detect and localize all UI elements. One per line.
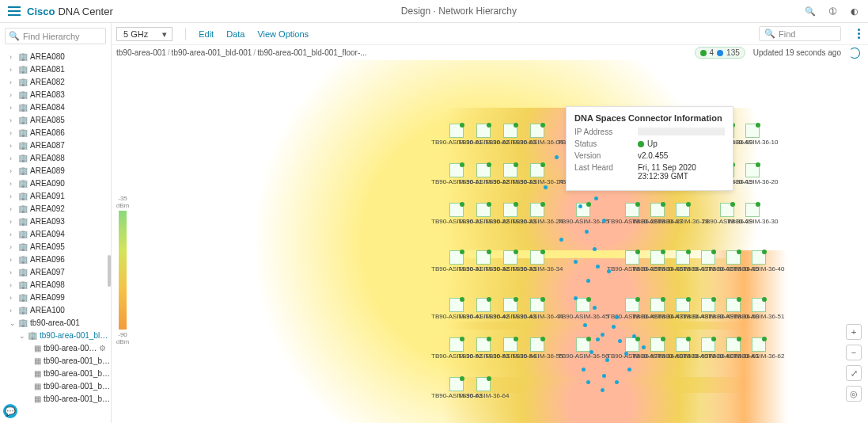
client-dot[interactable] xyxy=(589,350,593,354)
client-dot[interactable] xyxy=(618,339,622,343)
ap-marker[interactable]: TB90-ASIM-36-45 xyxy=(558,298,608,320)
client-dot[interactable] xyxy=(624,352,628,356)
frequency-select[interactable]: 5 GHz xyxy=(116,27,172,41)
edit-link[interactable]: Edit xyxy=(199,29,214,39)
client-dot[interactable] xyxy=(615,315,619,319)
client-dot[interactable] xyxy=(574,296,578,300)
client-dot[interactable] xyxy=(586,380,590,384)
ap-marker[interactable]: TB90-ASIM-36-10 xyxy=(727,124,778,146)
client-dot[interactable] xyxy=(612,325,616,329)
hierarchy-search[interactable]: 🔍 Find Hierarchy xyxy=(5,28,106,44)
sidebar-item-area[interactable]: ›🏢AREA083 xyxy=(0,89,111,101)
sidebar-item-floor[interactable]: ▦tb90-area-001_bld... xyxy=(0,355,111,368)
alerts-icon[interactable]: ◐ xyxy=(849,6,860,17)
ap-marker[interactable]: TB90-ASIM-36-34 xyxy=(512,250,563,272)
ap-marker[interactable]: TB90-ASIM-36-40 xyxy=(733,250,784,272)
ap-marker[interactable]: TB90-ASIM-36-64 xyxy=(458,377,509,399)
client-dot[interactable] xyxy=(593,247,597,251)
client-dot[interactable] xyxy=(642,345,646,349)
zoom-in-button[interactable]: + xyxy=(846,324,862,340)
client-dot[interactable] xyxy=(594,196,598,200)
ap-marker[interactable]: TB90-ASIM-36-25 xyxy=(558,203,608,225)
client-dot[interactable] xyxy=(596,265,600,269)
chevron-right-icon: › xyxy=(9,165,16,177)
client-dot[interactable] xyxy=(627,368,631,372)
ap-marker[interactable]: TB90-ASIM-36-20 xyxy=(727,163,778,185)
client-dot[interactable] xyxy=(559,238,563,242)
floor-map[interactable]: -35 dBm -90 dBm TB90-ASIM-36-01TB90-ASIM… xyxy=(112,60,868,423)
client-dot[interactable] xyxy=(574,260,578,264)
sidebar-item-area[interactable]: ›🏢AREA091 xyxy=(0,190,111,203)
client-dot[interactable] xyxy=(605,358,609,362)
client-dot[interactable] xyxy=(586,279,590,283)
gear-icon[interactable]: ⚙ xyxy=(99,342,106,355)
client-dot[interactable] xyxy=(555,155,559,159)
ap-marker[interactable]: TB90-ASIM-36-56 xyxy=(558,337,608,360)
sidebar-item-area[interactable]: ›🏢AREA089 xyxy=(0,165,111,177)
ap-marker[interactable]: TB90-ASIM-36-55 xyxy=(512,337,563,360)
sidebar-item-area[interactable]: ›🏢AREA086 xyxy=(0,127,111,139)
data-link[interactable]: Data xyxy=(226,29,244,39)
ap-marker[interactable]: TB90-ASIM-36-28 xyxy=(658,203,708,225)
client-dot[interactable] xyxy=(544,185,548,189)
sidebar-item-area[interactable]: ›🏢AREA087 xyxy=(0,139,111,152)
sidebar-item-area[interactable]: ›🏢AREA096 xyxy=(0,253,111,266)
sidebar-item-area[interactable]: ›🏢AREA094 xyxy=(0,228,111,241)
scrollbar[interactable] xyxy=(108,255,111,287)
sidebar-item-floor[interactable]: ▦tb90-area-001_...⚙ xyxy=(0,342,111,355)
sidebar-item-area[interactable]: ›🏢AREA090 xyxy=(0,177,111,190)
menu-icon[interactable] xyxy=(8,6,21,16)
client-dot[interactable] xyxy=(593,306,597,310)
ap-marker[interactable]: TB90-ASIM-36-14 xyxy=(512,163,563,185)
client-dot[interactable] xyxy=(632,334,636,338)
client-dot[interactable] xyxy=(596,337,600,341)
sidebar-item-area[interactable]: ›🏢AREA080 xyxy=(0,51,111,63)
client-dot[interactable] xyxy=(582,368,586,372)
sidebar-item-area-expanded[interactable]: ⌄🏢tb90-area-001 xyxy=(0,317,111,330)
client-dot[interactable] xyxy=(615,380,619,384)
sidebar-item-area[interactable]: ›🏢AREA088 xyxy=(0,152,111,165)
help-icon[interactable]: ➀ xyxy=(827,6,838,17)
sidebar-item-floor[interactable]: ▦tb90-area-001_bld... xyxy=(0,368,111,380)
chat-icon[interactable]: 💬 xyxy=(3,404,17,418)
sidebar-item-area[interactable]: ›🏢AREA095 xyxy=(0,241,111,253)
ap-marker[interactable]: TB90-ASIM-36-30 xyxy=(727,203,778,225)
status-pill[interactable]: 4 135 xyxy=(695,47,745,59)
refresh-icon[interactable] xyxy=(849,48,860,59)
zoom-out-button[interactable]: − xyxy=(846,345,862,360)
client-dot[interactable] xyxy=(601,388,605,392)
sidebar-item-area[interactable]: ›🏢AREA097 xyxy=(0,266,111,279)
sidebar-item-area[interactable]: ›🏢AREA082 xyxy=(0,76,111,89)
sidebar-item-floor[interactable]: ▦tb90-area-001_bld... xyxy=(0,393,111,406)
client-dot[interactable] xyxy=(583,323,587,327)
sidebar-item-area[interactable]: ›🏢AREA092 xyxy=(0,203,111,215)
sidebar-item-area[interactable]: ›🏢AREA093 xyxy=(0,215,111,228)
ap-marker[interactable]: TB90-ASIM-36-24 xyxy=(512,203,563,225)
sidebar-item-floor[interactable]: ▦tb90-area-001_bld... xyxy=(0,380,111,393)
sidebar-item-area[interactable]: ›🏢AREA084 xyxy=(0,101,111,114)
client-dot[interactable] xyxy=(585,230,589,234)
ap-marker[interactable]: TB90-ASIM-36-04 xyxy=(512,124,563,146)
client-dot[interactable] xyxy=(578,204,582,208)
client-dot[interactable] xyxy=(607,269,611,273)
client-dot[interactable] xyxy=(602,374,606,378)
ap-marker[interactable]: TB90-ASIM-36-44 xyxy=(512,298,563,320)
hierarchy-tree[interactable]: ›🏢AREA080›🏢AREA081›🏢AREA082›🏢AREA083›🏢AR… xyxy=(0,49,111,423)
chevron-right-icon: › xyxy=(9,76,16,89)
sidebar-item-area[interactable]: ›🏢AREA099 xyxy=(0,292,111,304)
sidebar-item-area[interactable]: ›🏢AREA100 xyxy=(0,304,111,317)
view-options-link[interactable]: View Options xyxy=(257,29,309,39)
sidebar-item-building-expanded[interactable]: ⌄🏢tb90-area-001_bld-001 xyxy=(0,330,111,342)
client-dot[interactable] xyxy=(601,333,605,337)
client-dot[interactable] xyxy=(602,219,606,223)
sidebar-item-area[interactable]: ›🏢AREA081 xyxy=(0,63,111,76)
search-icon[interactable]: 🔍 xyxy=(805,6,816,17)
ap-marker[interactable]: TB90-ASIM-36-62 xyxy=(733,337,784,360)
ap-marker[interactable]: TB90-ASIM-36-51 xyxy=(733,298,784,320)
zoom-target-button[interactable]: ◎ xyxy=(846,386,862,402)
sidebar-item-area[interactable]: ›🏢AREA085 xyxy=(0,114,111,127)
zoom-fit-button[interactable]: ⤢ xyxy=(846,365,862,381)
sidebar-item-area[interactable]: ›🏢AREA098 xyxy=(0,279,111,292)
find-input[interactable]: 🔍 Find xyxy=(759,26,841,41)
more-menu-icon[interactable] xyxy=(854,29,863,39)
